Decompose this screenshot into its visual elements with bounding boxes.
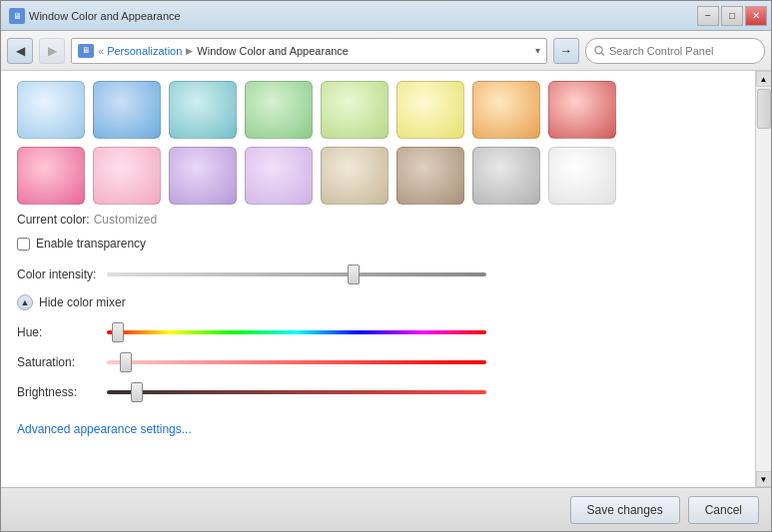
intensity-track bbox=[107, 265, 486, 284]
current-color-value: Customized bbox=[94, 213, 157, 227]
brightness-slider-row: Brightness: bbox=[17, 382, 739, 402]
content-area: Current color: Customized Enable transpa… bbox=[1, 71, 755, 487]
save-changes-button[interactable]: Save changes bbox=[570, 496, 680, 524]
swatch-pink-light[interactable] bbox=[93, 147, 161, 205]
swatch-tan[interactable] bbox=[321, 147, 388, 205]
swatch-lime[interactable] bbox=[321, 81, 388, 139]
swatch-teal[interactable] bbox=[169, 81, 237, 139]
swatch-lilac[interactable] bbox=[245, 147, 313, 205]
hue-slider-row: Hue: bbox=[17, 322, 739, 342]
brightness-label: Brightness: bbox=[17, 385, 107, 399]
hue-label: Hue: bbox=[17, 325, 107, 339]
saturation-track bbox=[107, 352, 486, 372]
close-button[interactable]: ✕ bbox=[745, 6, 767, 26]
mixer-toggle-icon[interactable]: ▲ bbox=[17, 294, 33, 310]
cancel-button[interactable]: Cancel bbox=[688, 496, 759, 524]
swatch-lavender[interactable] bbox=[169, 147, 237, 205]
mixer-label: Hide color mixer bbox=[39, 295, 126, 309]
swatch-yellow[interactable] bbox=[396, 81, 464, 139]
transparency-row: Enable transparency bbox=[17, 237, 739, 251]
intensity-label: Color intensity: bbox=[17, 267, 107, 281]
breadcrumb-arrow: ▶ bbox=[186, 46, 193, 56]
toolbar: ◀ ▶ 🖥 « Personalization ▶ Window Color a… bbox=[1, 31, 771, 71]
color-swatches-row2 bbox=[17, 147, 739, 205]
scrollbar: ▲ ▼ bbox=[755, 71, 771, 487]
color-mixer-header[interactable]: ▲ Hide color mixer bbox=[17, 294, 739, 310]
swatch-pink-bright[interactable] bbox=[17, 147, 85, 205]
swatch-blue[interactable] bbox=[93, 81, 161, 139]
swatch-sky[interactable] bbox=[17, 81, 85, 139]
intensity-slider-row: Color intensity: bbox=[17, 265, 739, 284]
maximize-button[interactable]: □ bbox=[721, 6, 743, 26]
breadcrumb-1[interactable]: Personalization bbox=[107, 45, 182, 57]
swatch-orange[interactable] bbox=[472, 81, 540, 139]
swatch-brown[interactable] bbox=[396, 147, 464, 205]
window-title: Window Color and Appearance bbox=[29, 10, 181, 22]
go-button[interactable]: → bbox=[553, 38, 579, 64]
scroll-down-button[interactable]: ▼ bbox=[756, 471, 772, 487]
search-icon bbox=[594, 45, 605, 57]
bottom-bar: Save changes Cancel bbox=[1, 487, 771, 531]
current-color-row: Current color: Customized bbox=[17, 213, 739, 227]
saturation-label: Saturation: bbox=[17, 355, 107, 369]
title-bar-controls: − □ ✕ bbox=[697, 6, 767, 26]
hue-track bbox=[107, 322, 486, 342]
color-swatches-row1 bbox=[17, 81, 739, 139]
back-button[interactable]: ◀ bbox=[7, 38, 33, 64]
current-color-label: Current color: bbox=[17, 213, 90, 227]
svg-point-0 bbox=[595, 46, 602, 53]
address-bar: 🖥 « Personalization ▶ Window Color and A… bbox=[71, 38, 547, 64]
address-icon: 🖥 bbox=[78, 44, 94, 58]
search-input[interactable] bbox=[609, 45, 756, 57]
scroll-up-button[interactable]: ▲ bbox=[756, 71, 772, 87]
title-bar-left: 🖥 Window Color and Appearance bbox=[9, 8, 181, 24]
breadcrumb-prefix: « bbox=[98, 45, 104, 57]
swatch-green[interactable] bbox=[245, 81, 313, 139]
swatch-red[interactable] bbox=[548, 81, 616, 139]
main-content: Current color: Customized Enable transpa… bbox=[1, 71, 771, 487]
swatch-white[interactable] bbox=[548, 147, 616, 205]
main-window: 🖥 Window Color and Appearance − □ ✕ ◀ ▶ … bbox=[0, 0, 772, 532]
window-icon: 🖥 bbox=[9, 8, 25, 24]
toggle-arrow: ▲ bbox=[21, 297, 30, 307]
swatch-silver[interactable] bbox=[472, 147, 540, 205]
svg-line-1 bbox=[601, 52, 604, 55]
minimize-button[interactable]: − bbox=[697, 6, 719, 26]
scroll-thumb[interactable] bbox=[757, 89, 771, 129]
advanced-settings-link[interactable]: Advanced appearance settings... bbox=[17, 422, 192, 436]
saturation-slider-row: Saturation: bbox=[17, 352, 739, 372]
transparency-label: Enable transparency bbox=[36, 237, 146, 251]
title-bar: 🖥 Window Color and Appearance − □ ✕ bbox=[1, 1, 771, 31]
search-box[interactable] bbox=[585, 38, 765, 64]
forward-button[interactable]: ▶ bbox=[39, 38, 65, 64]
address-dropdown[interactable]: ▾ bbox=[535, 45, 540, 56]
breadcrumb-2: Window Color and Appearance bbox=[197, 45, 349, 57]
brightness-track bbox=[107, 382, 486, 402]
transparency-checkbox[interactable] bbox=[17, 238, 30, 251]
